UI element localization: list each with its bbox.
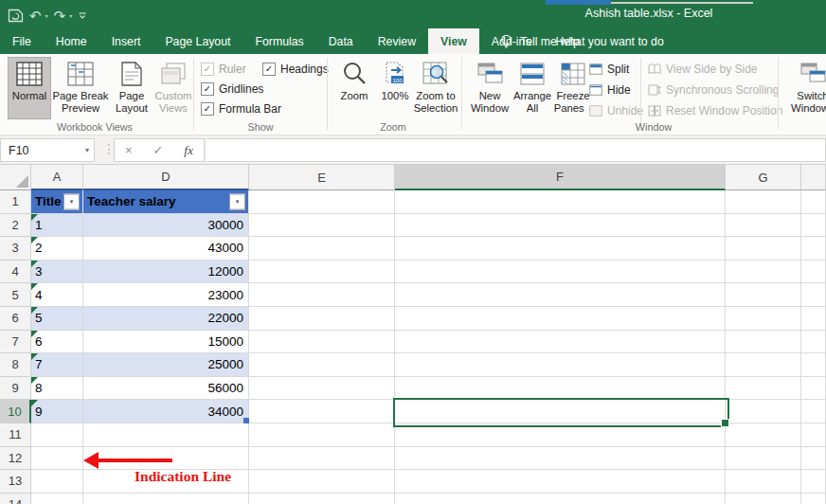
table-cell[interactable]: 43000 bbox=[83, 237, 249, 261]
row-header-10[interactable]: 10 bbox=[0, 400, 31, 423]
table-cell[interactable]: 8 bbox=[31, 377, 83, 401]
table-cell[interactable]: 5 bbox=[31, 307, 83, 331]
name-box[interactable]: F10 ▾ bbox=[0, 138, 95, 162]
cell[interactable] bbox=[249, 423, 395, 447]
cell[interactable] bbox=[395, 331, 726, 354]
checkbox-icon[interactable]: ✓ bbox=[262, 63, 276, 76]
zoom-to-selection-button[interactable]: Zoom to Selection bbox=[412, 57, 459, 119]
cell[interactable] bbox=[801, 353, 826, 377]
cell[interactable] bbox=[249, 447, 395, 471]
table-cell[interactable]: 23000 bbox=[83, 283, 249, 307]
page-layout-button[interactable]: Page Layout bbox=[110, 57, 153, 119]
column-header-F[interactable]: F bbox=[395, 165, 726, 190]
normal-view-button[interactable]: Normal bbox=[8, 57, 51, 119]
row-header-8[interactable]: 8 bbox=[0, 353, 31, 377]
cell[interactable] bbox=[83, 423, 249, 447]
cell[interactable] bbox=[801, 331, 826, 354]
confirm-entry-icon[interactable]: ✓ bbox=[153, 143, 163, 157]
customize-qat-icon[interactable] bbox=[78, 10, 87, 20]
table-cell[interactable]: 7 bbox=[31, 353, 83, 377]
cell[interactable] bbox=[395, 494, 726, 504]
column-header-A[interactable]: A bbox=[31, 165, 83, 190]
row-header-7[interactable]: 7 bbox=[0, 331, 31, 354]
cell[interactable] bbox=[249, 353, 395, 377]
save-icon[interactable] bbox=[8, 9, 24, 23]
table-header-cell[interactable]: Title▾ bbox=[31, 190, 83, 214]
formula-bar-checkbox[interactable]: ✓ Formula Bar bbox=[201, 102, 281, 116]
table-cell[interactable]: 3 bbox=[31, 261, 83, 284]
cell[interactable] bbox=[801, 494, 826, 504]
table-cell[interactable]: 15000 bbox=[83, 331, 249, 354]
filter-dropdown-button[interactable]: ▾ bbox=[63, 193, 80, 209]
split-button[interactable]: Split bbox=[589, 62, 629, 76]
page-break-preview-button[interactable]: Page Break Preview bbox=[51, 57, 110, 119]
cell[interactable] bbox=[249, 214, 395, 238]
cell[interactable] bbox=[395, 377, 726, 401]
filter-dropdown-button[interactable]: ▾ bbox=[229, 193, 245, 209]
row-header-5[interactable]: 5 bbox=[0, 283, 31, 307]
row-header-1[interactable]: 1 bbox=[0, 190, 31, 214]
row-header-14[interactable]: 14 bbox=[0, 494, 31, 504]
table-cell[interactable]: 30000 bbox=[83, 214, 249, 238]
cell[interactable] bbox=[249, 331, 395, 354]
cell[interactable] bbox=[726, 400, 801, 423]
name-box-dropdown-icon[interactable]: ▾ bbox=[85, 146, 89, 154]
table-cell[interactable]: 56000 bbox=[83, 377, 249, 401]
cell[interactable] bbox=[395, 190, 726, 214]
cell[interactable] bbox=[249, 307, 395, 331]
cell[interactable] bbox=[249, 283, 395, 307]
cell[interactable] bbox=[726, 307, 801, 331]
row-header-2[interactable]: 2 bbox=[0, 214, 31, 238]
cell[interactable] bbox=[249, 400, 395, 423]
table-cell[interactable]: 22000 bbox=[83, 307, 249, 331]
switch-windows-button[interactable]: Switch Windows bbox=[784, 57, 826, 119]
table-cell[interactable]: 25000 bbox=[83, 353, 249, 377]
cancel-entry-icon[interactable]: × bbox=[125, 143, 133, 157]
cell[interactable] bbox=[801, 377, 826, 401]
cell[interactable] bbox=[801, 261, 826, 284]
table-resize-handle[interactable] bbox=[243, 418, 249, 423]
row-header-6[interactable]: 6 bbox=[0, 307, 31, 331]
cell[interactable] bbox=[249, 470, 395, 494]
cell[interactable] bbox=[726, 283, 801, 307]
cell[interactable] bbox=[726, 237, 801, 261]
table-cell[interactable]: 6 bbox=[31, 331, 83, 354]
fill-handle[interactable] bbox=[721, 419, 729, 427]
column-header-cut[interactable] bbox=[801, 165, 826, 190]
formula-input[interactable] bbox=[206, 138, 826, 162]
row-header-9[interactable]: 9 bbox=[0, 377, 31, 401]
cell[interactable] bbox=[31, 494, 83, 504]
cell[interactable] bbox=[801, 470, 826, 494]
headings-checkbox[interactable]: ✓ Headings bbox=[262, 63, 329, 76]
cell[interactable] bbox=[249, 261, 395, 284]
cell[interactable] bbox=[395, 307, 726, 331]
cell[interactable] bbox=[726, 447, 801, 471]
table-cell[interactable]: 4 bbox=[31, 283, 83, 307]
cell[interactable] bbox=[31, 423, 83, 447]
cell[interactable] bbox=[395, 353, 726, 377]
cell[interactable] bbox=[249, 494, 395, 504]
new-window-button[interactable]: New Window bbox=[466, 57, 513, 119]
tab-insert[interactable]: Insert bbox=[99, 28, 153, 54]
cell[interactable] bbox=[801, 214, 826, 238]
checkbox-icon[interactable]: ✓ bbox=[201, 82, 214, 96]
cell[interactable] bbox=[801, 190, 826, 214]
arrange-all-button[interactable]: Arrange All bbox=[512, 57, 553, 119]
tab-view[interactable]: View bbox=[428, 28, 479, 54]
cell[interactable] bbox=[249, 190, 395, 214]
cell[interactable] bbox=[726, 470, 801, 494]
redo-icon[interactable]: ↷ bbox=[54, 9, 66, 23]
redo-dropdown-icon[interactable]: ▾ bbox=[69, 12, 72, 19]
cell[interactable] bbox=[249, 237, 395, 261]
cell[interactable] bbox=[395, 470, 726, 494]
cell[interactable] bbox=[31, 447, 83, 471]
tab-formulas[interactable]: Formulas bbox=[242, 28, 315, 54]
cell[interactable] bbox=[726, 261, 801, 284]
cell[interactable] bbox=[726, 331, 801, 354]
cell[interactable] bbox=[395, 261, 726, 284]
table-header-cell[interactable]: Teacher salary▾ bbox=[83, 190, 249, 214]
tab-data[interactable]: Data bbox=[316, 28, 366, 54]
cell[interactable] bbox=[726, 353, 801, 377]
cell[interactable] bbox=[395, 447, 726, 471]
cell[interactable] bbox=[726, 494, 801, 504]
